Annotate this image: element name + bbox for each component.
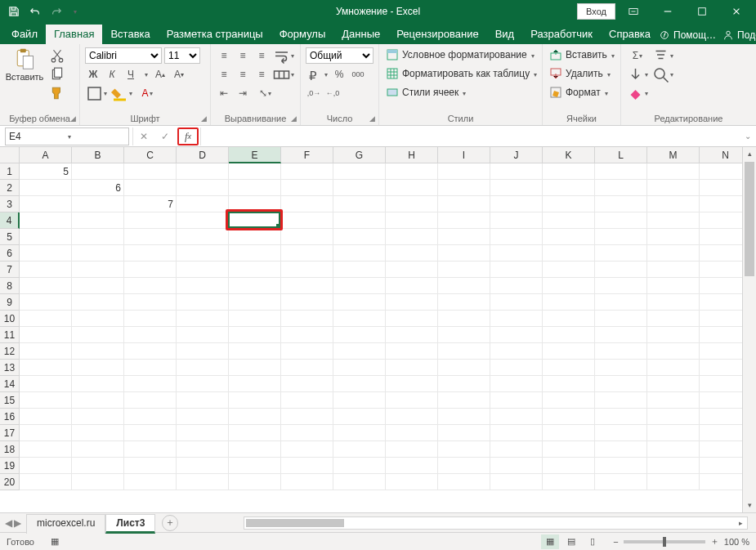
cell-M16[interactable] [647,409,700,425]
cell-M6[interactable] [647,245,700,262]
decrease-indent-icon[interactable]: ⇤ [216,85,232,101]
cell-F6[interactable] [281,245,333,262]
cell-E14[interactable] [229,376,281,392]
cell-M11[interactable] [647,327,700,343]
enter-icon[interactable]: ✓ [154,127,176,145]
sort-filter-icon[interactable] [651,47,674,64]
cell-K11[interactable] [543,327,595,343]
cut-icon[interactable] [49,47,65,64]
cell-C17[interactable] [124,425,177,441]
underline-dropdown-icon[interactable] [141,66,150,83]
expand-formula-bar-icon[interactable]: ⌄ [740,132,756,141]
cell-F8[interactable] [281,278,333,294]
redo-icon[interactable] [47,2,65,20]
cell-F14[interactable] [281,376,333,392]
cancel-icon[interactable]: ✕ [133,127,154,145]
cell-G11[interactable] [333,327,386,343]
cell-L19[interactable] [595,458,647,474]
cell-F4[interactable] [281,212,333,229]
row-header-7[interactable]: 7 [0,262,20,278]
cell-E12[interactable] [229,343,281,360]
tell-me-button[interactable]: Помощ… [659,29,716,41]
cell-K16[interactable] [543,409,595,425]
font-size-combo[interactable]: 11 [164,47,200,64]
row-header-18[interactable]: 18 [0,441,20,458]
cell-L1[interactable] [595,163,647,180]
cell-G13[interactable] [333,360,386,376]
cell-E1[interactable] [229,163,281,180]
save-icon[interactable] [5,2,23,20]
paste-button[interactable]: Вставить [5,47,44,82]
macro-record-icon[interactable]: ▦ [51,536,59,547]
cell-F16[interactable] [281,409,333,425]
cell-F10[interactable] [281,311,333,327]
col-header-C[interactable]: C [124,147,177,163]
row-header-9[interactable]: 9 [0,294,20,311]
cell-H6[interactable] [386,245,438,262]
cell-K6[interactable] [543,245,595,262]
tab-разметка страницы[interactable]: Разметка страницы [159,25,271,44]
col-header-H[interactable]: H [386,147,438,163]
row-header-19[interactable]: 19 [0,458,20,474]
cell-H1[interactable] [386,163,438,180]
row-header-15[interactable]: 15 [0,392,20,409]
cell-D13[interactable] [177,360,229,376]
cell-M5[interactable] [647,229,700,245]
cell-A3[interactable] [20,196,72,212]
cell-A16[interactable] [20,409,72,425]
cell-L3[interactable] [595,196,647,212]
cell-L20[interactable] [595,474,647,490]
cell-B16[interactable] [72,409,124,425]
cell-K1[interactable] [543,163,595,180]
ribbon-options-icon[interactable] [617,0,650,23]
row-header-5[interactable]: 5 [0,229,20,245]
cell-E20[interactable] [229,474,281,490]
cell-F19[interactable] [281,458,333,474]
underline-icon[interactable]: Ч [123,66,139,83]
align-left-icon[interactable]: ≡ [216,66,232,83]
cell-A13[interactable] [20,360,72,376]
cell-G15[interactable] [333,392,386,409]
cell-M3[interactable] [647,196,700,212]
cell-styles-button[interactable]: Стили ячеек [384,85,537,100]
bold-icon[interactable]: Ж [85,66,101,83]
cell-F15[interactable] [281,392,333,409]
cell-A9[interactable] [20,294,72,311]
cell-D11[interactable] [177,327,229,343]
cell-C9[interactable] [124,294,177,311]
cell-F3[interactable] [281,196,333,212]
cell-L15[interactable] [595,392,647,409]
increase-font-icon[interactable]: A▴ [152,66,168,83]
row-header-2[interactable]: 2 [0,180,20,196]
cell-I15[interactable] [438,392,490,409]
cell-B20[interactable] [72,474,124,490]
tab-справка[interactable]: Справка [601,25,659,44]
cell-F12[interactable] [281,343,333,360]
cell-I19[interactable] [438,458,490,474]
cell-G20[interactable] [333,474,386,490]
row-header-14[interactable]: 14 [0,376,20,392]
cell-K5[interactable] [543,229,595,245]
col-header-E[interactable]: E [229,147,281,163]
cell-G8[interactable] [333,278,386,294]
cell-L11[interactable] [595,327,647,343]
cell-E18[interactable] [229,441,281,458]
cell-B9[interactable] [72,294,124,311]
worksheet-grid[interactable]: ABCDEFGHIJKLMN 1234567891011121314151617… [0,147,756,512]
cell-E4[interactable] [229,212,281,229]
align-middle-icon[interactable]: ≡ [235,47,251,64]
cell-I11[interactable] [438,327,490,343]
cell-J8[interactable] [490,278,543,294]
col-header-G[interactable]: G [333,147,386,163]
format-as-table-button[interactable]: Форматировать как таблицу [384,66,537,81]
cell-G12[interactable] [333,343,386,360]
cell-H7[interactable] [386,262,438,278]
cell-L2[interactable] [595,180,647,196]
cell-I18[interactable] [438,441,490,458]
cell-H20[interactable] [386,474,438,490]
cell-J6[interactable] [490,245,543,262]
cell-A15[interactable] [20,392,72,409]
copy-icon[interactable] [49,66,65,83]
cell-L13[interactable] [595,360,647,376]
cell-F13[interactable] [281,360,333,376]
